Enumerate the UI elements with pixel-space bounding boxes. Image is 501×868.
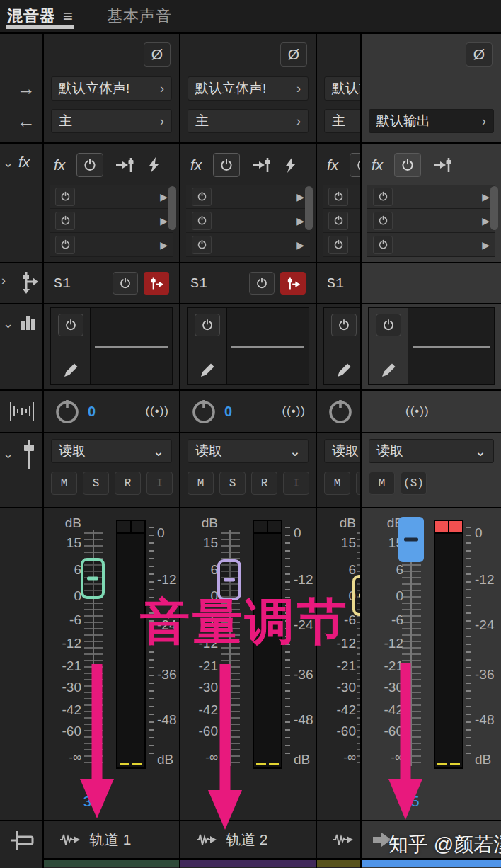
mute-button[interactable]: M	[369, 472, 395, 495]
output-routing-dropdown[interactable]: 主 ›	[51, 109, 172, 133]
mute-button[interactable]: M	[51, 472, 77, 495]
input-monitor-button[interactable]: I	[146, 472, 173, 495]
solo-button[interactable]: S	[83, 472, 109, 495]
pan-knob[interactable]	[190, 398, 217, 425]
fx-slot[interactable]: ▶	[186, 209, 310, 233]
send-power-button[interactable]	[113, 272, 138, 295]
fx-slot[interactable]: ▶	[367, 185, 495, 209]
pan-power-button[interactable]	[376, 314, 401, 336]
send-prefader-button-active[interactable]	[280, 272, 306, 295]
fx-slot-power-icon[interactable]	[373, 236, 393, 254]
volume-fader-handle[interactable]	[81, 558, 105, 599]
pan-power-button[interactable]	[331, 314, 357, 336]
fx-slot-power-icon[interactable]	[55, 212, 75, 230]
panel-menu-icon[interactable]: ≡	[63, 6, 73, 26]
solo-safe-button[interactable]: (S)	[401, 472, 427, 495]
surround-panner-icon[interactable]: ((•))	[282, 404, 306, 418]
automation-mode-dropdown[interactable]: 读取 ⌄	[369, 439, 494, 463]
fx-slot-power-icon[interactable]	[328, 212, 348, 230]
surround-panner-icon[interactable]: ((•))	[145, 404, 169, 418]
output-routing-dropdown[interactable]: 主 ›	[188, 109, 309, 133]
phase-invert-button[interactable]: Ø	[280, 42, 307, 67]
automation-mode-dropdown[interactable]: 读取 ⌄	[51, 439, 172, 463]
volume-fader-handle[interactable]	[398, 517, 424, 562]
fx-slot-power-icon[interactable]	[373, 212, 393, 230]
mute-button[interactable]: M	[188, 472, 214, 495]
pan-knob[interactable]	[327, 398, 354, 425]
pencil-icon[interactable]	[62, 362, 79, 379]
pencil-icon[interactable]	[335, 362, 352, 379]
phase-invert-button[interactable]: Ø	[144, 42, 171, 67]
send-power-button[interactable]	[249, 272, 275, 295]
fx-slot[interactable]: ▶	[50, 233, 173, 257]
send-prefader-button-active[interactable]	[144, 272, 169, 295]
input-routing-dropdown[interactable]: 默认立体声! ›	[324, 76, 362, 101]
send-slot-label[interactable]: S1	[54, 275, 71, 292]
fx-slot[interactable]: ▶	[367, 209, 495, 233]
fx-slot-menu-icon[interactable]: ▶	[160, 215, 168, 227]
fx-slot[interactable]: ▶	[50, 185, 173, 209]
fx-slot-power-icon[interactable]	[328, 236, 348, 254]
fx-slot[interactable]	[323, 209, 362, 233]
input-routing-dropdown[interactable]: 默认立体声! ›	[51, 76, 172, 101]
fx-slot-power-icon[interactable]	[192, 188, 212, 206]
track-name-row[interactable]: 轨道 3	[317, 821, 362, 860]
fx-slot[interactable]	[323, 233, 362, 257]
solo-button[interactable]: S	[219, 472, 246, 495]
send-slot-label[interactable]: S1	[190, 275, 207, 292]
pencil-icon[interactable]	[380, 362, 397, 379]
volume-fader-handle[interactable]	[352, 575, 362, 616]
lightning-icon[interactable]	[147, 156, 161, 173]
record-arm-button[interactable]: R	[115, 472, 141, 495]
fx-slot[interactable]: ▶	[50, 209, 173, 233]
fx-slot-menu-icon[interactable]: ▶	[160, 191, 168, 202]
mute-button[interactable]: M	[324, 472, 350, 495]
fx-slot-power-icon[interactable]	[55, 188, 75, 206]
fx-slot[interactable]	[323, 185, 362, 209]
fx-bypass-button[interactable]	[394, 153, 421, 177]
input-monitor-button[interactable]: I	[283, 472, 309, 495]
insert-prefader-icon[interactable]	[432, 156, 454, 173]
expand-sends-icon[interactable]: ›	[1, 273, 6, 288]
pan-power-button[interactable]	[58, 314, 84, 336]
input-routing-dropdown[interactable]: 默认立体声! ›	[188, 76, 309, 101]
fx-slot-menu-icon[interactable]: ▶	[296, 239, 304, 251]
tab-essential-sound[interactable]: 基本声音	[100, 0, 179, 32]
fx-slot-power-icon[interactable]	[55, 236, 75, 254]
pan-value[interactable]: 0	[88, 404, 96, 420]
lightning-icon[interactable]	[284, 156, 298, 173]
track-name-row[interactable]: 轨道 2	[180, 821, 316, 860]
pan-power-button[interactable]	[195, 314, 220, 336]
output-routing-dropdown[interactable]: 主 ›	[324, 109, 362, 133]
pan-graph[interactable]	[408, 308, 494, 384]
insert-prefader-icon[interactable]	[251, 156, 272, 173]
fx-slot-power-icon[interactable]	[192, 212, 212, 230]
fx-scrollbar[interactable]	[168, 186, 176, 230]
fx-bypass-button[interactable]	[213, 153, 240, 177]
fx-scrollbar[interactable]	[490, 186, 498, 230]
fx-slot-power-icon[interactable]	[328, 188, 348, 206]
pan-graph[interactable]	[91, 308, 172, 384]
fx-bypass-button[interactable]	[76, 153, 103, 177]
pan-value[interactable]: 0	[224, 404, 232, 420]
surround-panner-icon[interactable]: ((•))	[405, 404, 430, 418]
solo-button[interactable]: S	[356, 472, 362, 495]
tab-mixer[interactable]: 混音器 ≡	[0, 0, 80, 32]
fx-slot-menu-icon[interactable]: ▶	[160, 239, 168, 251]
fx-scrollbar[interactable]	[305, 186, 313, 230]
send-slot-label[interactable]: S1	[327, 275, 344, 292]
fx-bypass-button[interactable]	[350, 153, 362, 177]
output-routing-dropdown[interactable]: 默认输出 ›	[369, 109, 494, 133]
pencil-icon[interactable]	[199, 362, 216, 379]
fx-slot[interactable]: ▶	[186, 185, 310, 209]
automation-mode-dropdown[interactable]: 读取	[324, 439, 362, 463]
collapse-pan-icon[interactable]: ⌄	[3, 316, 13, 331]
track-name-row[interactable]: 轨道 1	[44, 821, 179, 860]
pan-graph[interactable]	[227, 308, 309, 384]
fx-slot-power-icon[interactable]	[373, 188, 393, 206]
fx-slot-menu-icon[interactable]: ▶	[296, 191, 304, 202]
volume-value[interactable]: 0	[330, 793, 362, 810]
insert-prefader-icon[interactable]	[115, 156, 136, 173]
fx-slot[interactable]: ▶	[186, 233, 310, 257]
collapse-fader-icon[interactable]: ⌄	[3, 446, 13, 462]
